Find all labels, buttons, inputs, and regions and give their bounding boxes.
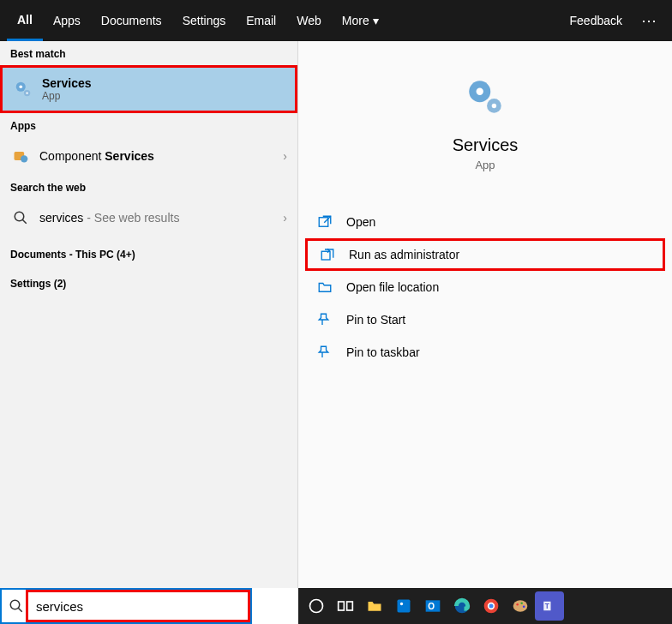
svg-point-31 [516,603,519,606]
svg-point-17 [10,600,20,609]
edge-icon[interactable] [447,591,477,621]
result-component-services[interactable]: Component Services › [0,137,297,175]
settings-results-label[interactable]: Settings (2) [0,266,297,295]
tab-all[interactable]: All [7,0,43,41]
svg-point-9 [477,88,483,95]
best-match-label: Best match [0,41,297,65]
result-web-search[interactable]: services - See web results › [0,199,297,237]
search-input[interactable] [31,592,250,621]
tab-email[interactable]: Email [236,0,286,41]
search-icon [10,207,31,228]
task-view-icon[interactable] [331,591,360,621]
tab-web[interactable]: Web [286,0,332,41]
taskbar: O T [298,588,672,624]
component-services-icon [10,146,31,166]
svg-rect-20 [339,602,345,610]
svg-rect-22 [398,600,411,613]
action-open-file-location[interactable]: Open file location [298,271,672,303]
chevron-right-icon: › [283,149,287,163]
apps-label: Apps [0,113,297,137]
tab-settings[interactable]: Settings [172,0,237,41]
chrome-icon[interactable] [477,591,506,621]
file-explorer-icon[interactable] [360,591,389,621]
results-panel: Best match Services App Apps Component S… [0,41,298,588]
search-box[interactable] [0,588,252,624]
svg-rect-21 [347,602,353,610]
pin-icon [315,345,334,360]
folder-icon [315,279,334,295]
result-services[interactable]: Services App [0,65,297,113]
tab-more[interactable]: More ▾ [332,0,389,41]
action-run-as-administrator[interactable]: Run as administrator [305,238,665,271]
preview-subtitle: App [298,159,672,171]
filter-tabs: All Apps Documents Settings Email Web Mo… [0,0,672,41]
svg-rect-14 [321,251,330,260]
chevron-right-icon: › [283,211,287,225]
svg-point-29 [489,604,494,609]
more-options-button[interactable]: ⋯ [633,11,665,30]
search-web-label: Search the web [0,175,297,199]
action-pin-to-taskbar[interactable]: Pin to taskbar [298,336,672,369]
outlook-icon[interactable]: O [418,591,447,621]
action-pin-to-start[interactable]: Pin to Start [298,303,672,336]
svg-point-23 [400,603,403,605]
photos-icon[interactable] [389,591,418,621]
search-icon [2,598,31,614]
svg-point-11 [492,104,496,108]
result-subtitle: App [42,90,285,102]
svg-rect-12 [319,218,328,227]
documents-label[interactable]: Documents - This PC (4+) [0,237,297,266]
admin-icon [318,247,337,262]
svg-text:O: O [428,602,435,611]
gears-icon [13,79,33,99]
svg-line-18 [18,608,22,612]
preview-panel: Services App Open Run as administrator O… [298,41,672,588]
action-open[interactable]: Open [298,206,672,238]
svg-point-32 [520,602,523,604]
result-title: Services [42,76,285,90]
svg-point-1 [19,85,22,88]
pin-icon [315,312,334,327]
gears-icon [298,75,672,118]
preview-title: Services [298,135,672,155]
svg-line-7 [22,219,27,224]
svg-point-5 [21,155,27,162]
svg-point-3 [26,92,27,93]
svg-point-30 [513,600,528,611]
feedback-link[interactable]: Feedback [560,0,633,41]
teams-icon[interactable]: T [535,591,564,621]
chevron-down-icon: ▾ [373,14,379,27]
open-icon [315,214,334,230]
cortana-icon[interactable] [302,591,331,621]
tab-apps[interactable]: Apps [43,0,91,41]
paint-icon[interactable] [506,591,535,621]
svg-point-6 [15,212,24,221]
tab-documents[interactable]: Documents [91,0,172,41]
svg-text:T: T [545,603,549,610]
svg-point-19 [310,600,323,613]
svg-point-33 [523,606,525,609]
